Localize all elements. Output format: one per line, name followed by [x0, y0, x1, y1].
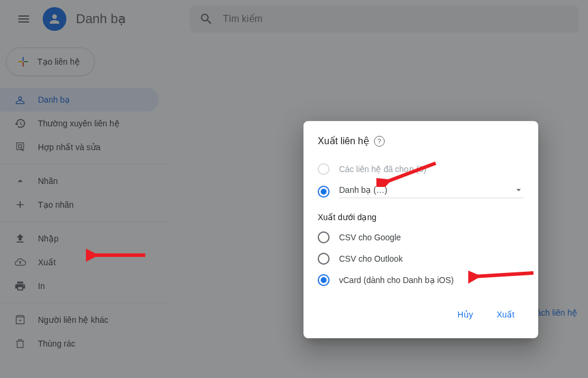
radio-vcard-ios[interactable]: vCard (dành cho Danh bạ iOS) [318, 269, 524, 291]
radio-icon [318, 274, 330, 286]
radio-label: Các liên hệ đã chọn (0) [339, 164, 426, 174]
contacts-dropdown[interactable]: Danh bạ (…) [339, 185, 524, 198]
cancel-button[interactable]: Hủy [448, 305, 482, 324]
dialog-title: Xuất liên hệ ? [318, 135, 524, 147]
radio-selected-contacts: Các liên hệ đã chọn (0) [318, 158, 524, 180]
chevron-down-icon [513, 185, 524, 195]
radio-label: vCard (dành cho Danh bạ iOS) [339, 275, 453, 285]
radio-label: CSV cho Outlook [339, 254, 402, 263]
radio-csv-google[interactable]: CSV cho Google [318, 227, 524, 248]
dialog-actions: Hủy Xuất [318, 305, 524, 324]
export-dialog: Xuất liên hệ ? Các liên hệ đã chọn (0) D… [303, 121, 538, 338]
export-as-title: Xuất dưới dạng [318, 212, 524, 222]
radio-icon [318, 253, 330, 265]
help-icon[interactable]: ? [374, 136, 385, 147]
radio-csv-outlook[interactable]: CSV cho Outlook [318, 248, 524, 269]
export-button[interactable]: Xuất [487, 305, 524, 324]
dropdown-label: Danh bạ (…) [339, 185, 387, 195]
radio-icon [318, 186, 330, 198]
radio-contacts-dropdown[interactable]: Danh bạ (…) [318, 180, 524, 203]
radio-icon [318, 163, 330, 175]
radio-label: CSV cho Google [339, 233, 401, 242]
radio-icon [318, 231, 330, 243]
